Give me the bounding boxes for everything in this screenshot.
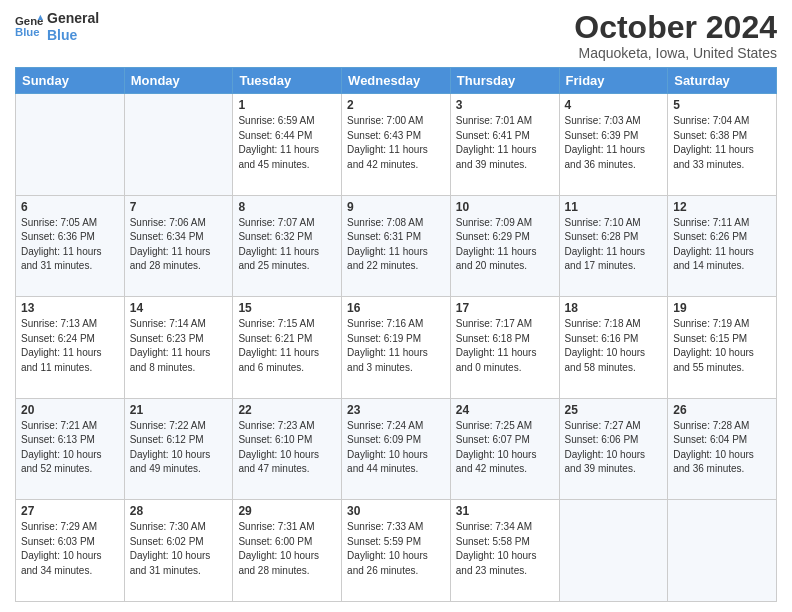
day-number: 26 xyxy=(673,403,771,417)
day-number: 20 xyxy=(21,403,119,417)
calendar-cell: 15Sunrise: 7:15 AMSunset: 6:21 PMDayligh… xyxy=(233,297,342,399)
title-block: October 2024 Maquoketa, Iowa, United Sta… xyxy=(574,10,777,61)
calendar-week-1: 1Sunrise: 6:59 AMSunset: 6:44 PMDaylight… xyxy=(16,94,777,196)
weekday-header-tuesday: Tuesday xyxy=(233,68,342,94)
day-info: Sunrise: 7:22 AMSunset: 6:12 PMDaylight:… xyxy=(130,419,228,477)
calendar-cell xyxy=(559,500,668,602)
day-number: 5 xyxy=(673,98,771,112)
day-info: Sunrise: 7:30 AMSunset: 6:02 PMDaylight:… xyxy=(130,520,228,578)
day-info: Sunrise: 7:33 AMSunset: 5:59 PMDaylight:… xyxy=(347,520,445,578)
day-info: Sunrise: 7:07 AMSunset: 6:32 PMDaylight:… xyxy=(238,216,336,274)
day-info: Sunrise: 7:15 AMSunset: 6:21 PMDaylight:… xyxy=(238,317,336,375)
day-number: 13 xyxy=(21,301,119,315)
month-title: October 2024 xyxy=(574,10,777,45)
calendar-cell: 29Sunrise: 7:31 AMSunset: 6:00 PMDayligh… xyxy=(233,500,342,602)
day-info: Sunrise: 7:23 AMSunset: 6:10 PMDaylight:… xyxy=(238,419,336,477)
day-number: 9 xyxy=(347,200,445,214)
calendar-cell: 10Sunrise: 7:09 AMSunset: 6:29 PMDayligh… xyxy=(450,195,559,297)
day-info: Sunrise: 7:09 AMSunset: 6:29 PMDaylight:… xyxy=(456,216,554,274)
day-info: Sunrise: 7:31 AMSunset: 6:00 PMDaylight:… xyxy=(238,520,336,578)
day-number: 14 xyxy=(130,301,228,315)
calendar-cell xyxy=(16,94,125,196)
calendar-cell: 9Sunrise: 7:08 AMSunset: 6:31 PMDaylight… xyxy=(342,195,451,297)
calendar-cell: 24Sunrise: 7:25 AMSunset: 6:07 PMDayligh… xyxy=(450,398,559,500)
day-info: Sunrise: 7:06 AMSunset: 6:34 PMDaylight:… xyxy=(130,216,228,274)
weekday-header-sunday: Sunday xyxy=(16,68,125,94)
day-info: Sunrise: 7:05 AMSunset: 6:36 PMDaylight:… xyxy=(21,216,119,274)
calendar-cell: 22Sunrise: 7:23 AMSunset: 6:10 PMDayligh… xyxy=(233,398,342,500)
day-number: 21 xyxy=(130,403,228,417)
calendar-cell: 3Sunrise: 7:01 AMSunset: 6:41 PMDaylight… xyxy=(450,94,559,196)
day-info: Sunrise: 7:10 AMSunset: 6:28 PMDaylight:… xyxy=(565,216,663,274)
day-info: Sunrise: 6:59 AMSunset: 6:44 PMDaylight:… xyxy=(238,114,336,172)
day-number: 2 xyxy=(347,98,445,112)
calendar-cell: 1Sunrise: 6:59 AMSunset: 6:44 PMDaylight… xyxy=(233,94,342,196)
calendar-week-5: 27Sunrise: 7:29 AMSunset: 6:03 PMDayligh… xyxy=(16,500,777,602)
day-info: Sunrise: 7:13 AMSunset: 6:24 PMDaylight:… xyxy=(21,317,119,375)
day-number: 10 xyxy=(456,200,554,214)
page: General Blue General Blue October 2024 M… xyxy=(0,0,792,612)
calendar-cell: 4Sunrise: 7:03 AMSunset: 6:39 PMDaylight… xyxy=(559,94,668,196)
logo: General Blue General Blue xyxy=(15,10,99,44)
weekday-header-wednesday: Wednesday xyxy=(342,68,451,94)
day-info: Sunrise: 7:14 AMSunset: 6:23 PMDaylight:… xyxy=(130,317,228,375)
logo-blue: Blue xyxy=(47,27,99,44)
weekday-header-friday: Friday xyxy=(559,68,668,94)
day-info: Sunrise: 7:04 AMSunset: 6:38 PMDaylight:… xyxy=(673,114,771,172)
day-number: 25 xyxy=(565,403,663,417)
day-number: 30 xyxy=(347,504,445,518)
logo-general: General xyxy=(47,10,99,27)
day-number: 27 xyxy=(21,504,119,518)
day-number: 28 xyxy=(130,504,228,518)
day-number: 6 xyxy=(21,200,119,214)
day-number: 24 xyxy=(456,403,554,417)
day-info: Sunrise: 7:24 AMSunset: 6:09 PMDaylight:… xyxy=(347,419,445,477)
calendar-cell: 31Sunrise: 7:34 AMSunset: 5:58 PMDayligh… xyxy=(450,500,559,602)
day-info: Sunrise: 7:34 AMSunset: 5:58 PMDaylight:… xyxy=(456,520,554,578)
day-number: 23 xyxy=(347,403,445,417)
calendar-cell: 21Sunrise: 7:22 AMSunset: 6:12 PMDayligh… xyxy=(124,398,233,500)
day-info: Sunrise: 7:21 AMSunset: 6:13 PMDaylight:… xyxy=(21,419,119,477)
calendar-cell xyxy=(668,500,777,602)
day-number: 8 xyxy=(238,200,336,214)
calendar-cell: 13Sunrise: 7:13 AMSunset: 6:24 PMDayligh… xyxy=(16,297,125,399)
calendar-cell: 19Sunrise: 7:19 AMSunset: 6:15 PMDayligh… xyxy=(668,297,777,399)
day-number: 19 xyxy=(673,301,771,315)
calendar-cell: 18Sunrise: 7:18 AMSunset: 6:16 PMDayligh… xyxy=(559,297,668,399)
weekday-header-monday: Monday xyxy=(124,68,233,94)
day-info: Sunrise: 7:11 AMSunset: 6:26 PMDaylight:… xyxy=(673,216,771,274)
svg-text:Blue: Blue xyxy=(15,26,40,38)
day-number: 7 xyxy=(130,200,228,214)
calendar-week-2: 6Sunrise: 7:05 AMSunset: 6:36 PMDaylight… xyxy=(16,195,777,297)
weekday-header-thursday: Thursday xyxy=(450,68,559,94)
day-number: 11 xyxy=(565,200,663,214)
day-info: Sunrise: 7:25 AMSunset: 6:07 PMDaylight:… xyxy=(456,419,554,477)
day-number: 18 xyxy=(565,301,663,315)
calendar-table: SundayMondayTuesdayWednesdayThursdayFrid… xyxy=(15,67,777,602)
calendar-cell: 12Sunrise: 7:11 AMSunset: 6:26 PMDayligh… xyxy=(668,195,777,297)
day-info: Sunrise: 7:03 AMSunset: 6:39 PMDaylight:… xyxy=(565,114,663,172)
calendar-cell: 5Sunrise: 7:04 AMSunset: 6:38 PMDaylight… xyxy=(668,94,777,196)
calendar-cell: 28Sunrise: 7:30 AMSunset: 6:02 PMDayligh… xyxy=(124,500,233,602)
calendar-cell xyxy=(124,94,233,196)
calendar-cell: 20Sunrise: 7:21 AMSunset: 6:13 PMDayligh… xyxy=(16,398,125,500)
calendar-cell: 16Sunrise: 7:16 AMSunset: 6:19 PMDayligh… xyxy=(342,297,451,399)
day-number: 1 xyxy=(238,98,336,112)
calendar-cell: 2Sunrise: 7:00 AMSunset: 6:43 PMDaylight… xyxy=(342,94,451,196)
day-info: Sunrise: 7:19 AMSunset: 6:15 PMDaylight:… xyxy=(673,317,771,375)
calendar-cell: 7Sunrise: 7:06 AMSunset: 6:34 PMDaylight… xyxy=(124,195,233,297)
calendar-cell: 26Sunrise: 7:28 AMSunset: 6:04 PMDayligh… xyxy=(668,398,777,500)
day-info: Sunrise: 7:00 AMSunset: 6:43 PMDaylight:… xyxy=(347,114,445,172)
calendar-cell: 6Sunrise: 7:05 AMSunset: 6:36 PMDaylight… xyxy=(16,195,125,297)
day-number: 22 xyxy=(238,403,336,417)
weekday-header-saturday: Saturday xyxy=(668,68,777,94)
calendar-cell: 23Sunrise: 7:24 AMSunset: 6:09 PMDayligh… xyxy=(342,398,451,500)
day-info: Sunrise: 7:29 AMSunset: 6:03 PMDaylight:… xyxy=(21,520,119,578)
day-number: 4 xyxy=(565,98,663,112)
calendar-cell: 25Sunrise: 7:27 AMSunset: 6:06 PMDayligh… xyxy=(559,398,668,500)
day-info: Sunrise: 7:18 AMSunset: 6:16 PMDaylight:… xyxy=(565,317,663,375)
calendar-header-row: SundayMondayTuesdayWednesdayThursdayFrid… xyxy=(16,68,777,94)
calendar-cell: 27Sunrise: 7:29 AMSunset: 6:03 PMDayligh… xyxy=(16,500,125,602)
day-number: 29 xyxy=(238,504,336,518)
calendar-cell: 17Sunrise: 7:17 AMSunset: 6:18 PMDayligh… xyxy=(450,297,559,399)
